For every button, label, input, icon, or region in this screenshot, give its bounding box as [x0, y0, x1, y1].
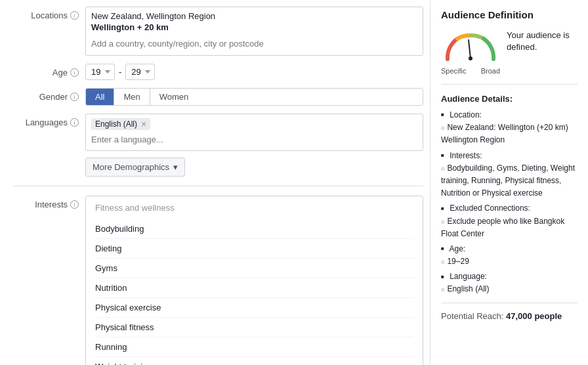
interest-item[interactable]: Bodybuilding — [95, 219, 413, 239]
age-content: 19 - 29 — [85, 64, 423, 80]
detail-location-value: New Zealand: Wellington (+20 km) Welling… — [441, 121, 578, 146]
gauge-svg — [441, 30, 500, 64]
gender-info-icon[interactable]: i — [70, 93, 79, 101]
languages-info-icon[interactable]: i — [70, 118, 79, 127]
languages-label: Languages i — [13, 114, 85, 127]
gender-group: All Men Women — [85, 88, 423, 106]
interest-item[interactable]: Dieting — [95, 239, 413, 259]
gender-content: All Men Women — [85, 88, 423, 106]
audience-details-title: Audience Details: — [441, 94, 578, 104]
detail-location: Location: New Zealand: Wellington (+20 k… — [441, 109, 578, 147]
detail-language: Language: English (All) — [441, 270, 578, 295]
detail-excluded-value: Exclude people who like Bangkok Float Ce… — [441, 215, 578, 240]
potential-reach-value: 47,000 people — [506, 311, 562, 321]
locations-content: New Zealand, Wellington Region Wellingto… — [85, 7, 423, 56]
language-input[interactable] — [91, 133, 417, 146]
chevron-down-icon: ▾ — [173, 162, 178, 172]
svg-point-1 — [469, 56, 472, 60]
interest-items-list: BodybuildingDietingGymsNutritionPhysical… — [95, 219, 413, 365]
potential-reach: Potential Reach: 47,000 people — [441, 303, 578, 321]
audience-title: Audience Definition — [441, 9, 578, 20]
detail-interests-value: Bodybuilding, Gyms, Dieting, Weight trai… — [441, 162, 578, 200]
location-box: New Zealand, Wellington Region Wellingto… — [85, 7, 423, 56]
gauge-labels: Specific Broad — [441, 67, 500, 75]
divider — [13, 186, 423, 186]
interests-label: Interests i — [13, 196, 85, 209]
locations-info-icon[interactable]: i — [70, 11, 79, 20]
gender-label: Gender i — [13, 88, 85, 102]
interest-item[interactable]: Physical exercise — [95, 298, 413, 318]
gauge-wrap: Specific Broad — [441, 30, 500, 75]
detail-age: Age: 19–29 — [441, 243, 578, 268]
location-primary: New Zealand, Wellington Region — [91, 11, 417, 21]
location-input[interactable] — [91, 36, 417, 51]
interests-content: Fitness and wellness BodybuildingDieting… — [85, 196, 423, 365]
interests-info-icon[interactable]: i — [70, 200, 79, 209]
language-tag: English (All) × — [91, 118, 150, 130]
interest-item[interactable]: Weight training — [95, 357, 413, 365]
age-to-select[interactable]: 29 — [125, 64, 155, 80]
gender-all-button[interactable]: All — [86, 89, 114, 105]
gender-women-button[interactable]: Women — [150, 89, 198, 105]
languages-box: English (All) × — [85, 114, 423, 151]
age-info-icon[interactable]: i — [70, 68, 79, 77]
detail-age-value: 19–29 — [441, 255, 578, 268]
interest-item[interactable]: Running — [95, 337, 413, 357]
gender-men-button[interactable]: Men — [114, 89, 150, 105]
gauge-container: Specific Broad Your audience is defined. — [441, 30, 578, 75]
language-remove-icon[interactable]: × — [141, 119, 146, 129]
location-secondary: Wellington + 20 km — [91, 22, 417, 32]
interest-item[interactable]: Gyms — [95, 259, 413, 278]
detail-interests: Interests: Bodybuilding, Gyms, Dieting, … — [441, 150, 578, 200]
audience-divider — [441, 84, 578, 85]
audience-detail-list: Location: New Zealand: Wellington (+20 k… — [441, 109, 578, 296]
detail-language-value: English (All) — [441, 283, 578, 295]
interest-item[interactable]: Nutrition — [95, 278, 413, 298]
more-demographics-button[interactable]: More Demographics ▾ — [85, 158, 185, 177]
interests-category: Fitness and wellness — [95, 203, 413, 213]
detail-excluded: Excluded Connections: Exclude people who… — [441, 202, 578, 240]
svg-line-0 — [469, 40, 471, 58]
age-label: Age i — [13, 64, 85, 77]
age-from-select[interactable]: 19 — [85, 64, 115, 80]
right-panel: Audience Definition — [430, 0, 588, 365]
locations-label: Locations i — [13, 7, 85, 20]
interest-item[interactable]: Physical fitness — [95, 318, 413, 337]
audience-defined: Your audience is defined. — [507, 30, 578, 53]
languages-content: English (All) × More Demographics ▾ — [85, 114, 423, 177]
